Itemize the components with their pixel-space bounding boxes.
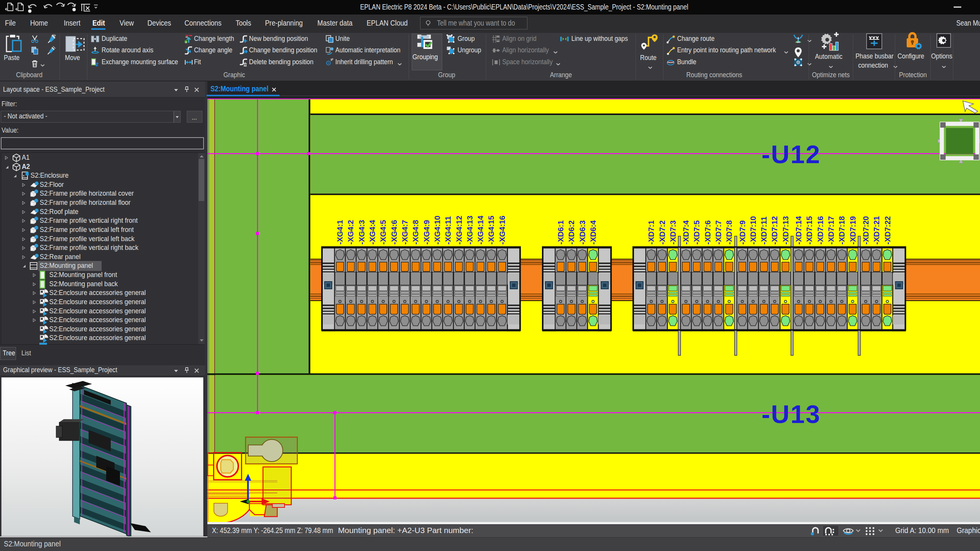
svg-text:-XD6:2: -XD6:2 xyxy=(567,220,576,245)
svg-text:-XG4:15: -XG4:15 xyxy=(487,216,495,245)
svg-text:-XG4:10: -XG4:10 xyxy=(433,216,441,245)
svg-text:-XG4:14: -XG4:14 xyxy=(476,216,485,245)
svg-text:-U12: -U12 xyxy=(762,140,821,169)
svg-text:-XD7:3: -XD7:3 xyxy=(669,220,677,245)
svg-text:-XG4:6: -XG4:6 xyxy=(390,220,398,245)
svg-text:-XD7:20: -XD7:20 xyxy=(862,216,870,245)
svg-text:-XG4:3: -XG4:3 xyxy=(357,220,366,245)
svg-text:-XD7:5: -XD7:5 xyxy=(692,220,701,245)
svg-text:-XD7:12: -XD7:12 xyxy=(770,216,779,245)
svg-text:-XD6:3: -XD6:3 xyxy=(578,220,587,245)
svg-text:-XD7:1: -XD7:1 xyxy=(647,220,655,245)
svg-text:-XD7:8: -XD7:8 xyxy=(725,220,733,245)
svg-text:-XD7:19: -XD7:19 xyxy=(849,216,857,245)
svg-text:-XG4:5: -XG4:5 xyxy=(379,220,387,245)
svg-text:-XD7:13: -XD7:13 xyxy=(781,216,790,245)
svg-text:-XD7:16: -XD7:16 xyxy=(816,216,825,245)
svg-text:-XG4:4: -XG4:4 xyxy=(368,220,377,245)
svg-text:-XG4:2: -XG4:2 xyxy=(346,220,355,245)
svg-text:-XG4:13: -XG4:13 xyxy=(466,216,474,245)
svg-text:-XD6:4: -XD6:4 xyxy=(589,220,597,245)
svg-text:-XD7:7: -XD7:7 xyxy=(714,220,723,245)
svg-text:-XD7:22: -XD7:22 xyxy=(883,216,892,245)
svg-text:-U13: -U13 xyxy=(762,400,821,428)
svg-text:-XG4:16: -XG4:16 xyxy=(498,216,506,245)
svg-text:-XD7:15: -XD7:15 xyxy=(805,216,813,245)
svg-text:-XD7:14: -XD7:14 xyxy=(794,216,803,245)
svg-text:-XD7:2: -XD7:2 xyxy=(658,220,666,245)
svg-text:-XD7:9: -XD7:9 xyxy=(738,220,747,245)
svg-text:-XG4:8: -XG4:8 xyxy=(411,220,420,245)
svg-text:-XD7:6: -XD7:6 xyxy=(703,220,712,245)
svg-text:-XG4:7: -XG4:7 xyxy=(401,220,409,245)
svg-text:-XD7:21: -XD7:21 xyxy=(872,216,881,245)
svg-text:-XD6:1: -XD6:1 xyxy=(556,220,565,245)
svg-text:a: a xyxy=(185,40,187,44)
svg-text:-XG4:11: -XG4:11 xyxy=(444,216,452,245)
svg-text:-XD7:10: -XD7:10 xyxy=(749,216,757,245)
svg-text:-XG4:9: -XG4:9 xyxy=(422,220,431,245)
svg-text:-XD7:4: -XD7:4 xyxy=(682,220,690,245)
svg-text:-XD7:17: -XD7:17 xyxy=(827,216,835,245)
svg-text:-XD7:11: -XD7:11 xyxy=(760,217,768,245)
svg-text:-XG4:12: -XG4:12 xyxy=(455,216,463,245)
svg-text:-XG4:1: -XG4:1 xyxy=(336,220,344,245)
svg-text:-XD7:18: -XD7:18 xyxy=(838,216,846,245)
